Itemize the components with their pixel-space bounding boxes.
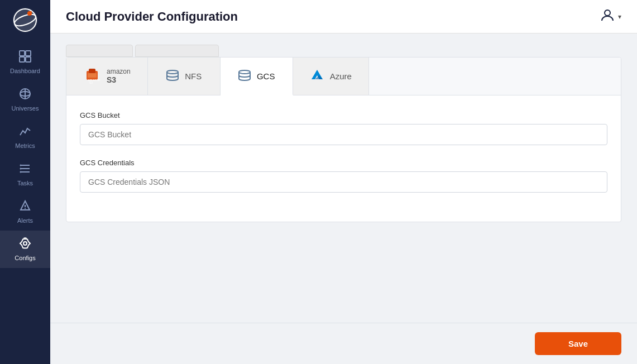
svg-point-15 (20, 168, 22, 170)
svg-rect-6 (20, 57, 25, 62)
svg-point-19 (23, 242, 27, 245)
provider-tab-bar: amazon S3 amazon S3 (66, 58, 621, 95)
provider-card: amazon S3 amazon S3 (66, 57, 621, 222)
sidebar-item-tasks[interactable]: Tasks (0, 156, 50, 193)
tab-partial-2[interactable] (135, 45, 219, 57)
universes-icon (19, 88, 31, 103)
amazon-s3-icon: amazon S3 (83, 66, 101, 86)
logo[interactable] (11, 6, 40, 35)
tab-partial-1[interactable] (66, 45, 133, 57)
alerts-icon (19, 200, 31, 215)
sidebar-item-alerts[interactable]: Alerts (0, 193, 50, 231)
configs-icon (19, 237, 31, 252)
chevron-down-icon: ▾ (618, 13, 621, 21)
gcs-form: GCS Bucket GCS Credentials (66, 95, 621, 222)
alerts-label: Alerts (17, 217, 33, 224)
tab-amazon-s3[interactable]: amazon S3 amazon S3 (66, 58, 148, 95)
svg-rect-22 (89, 69, 95, 73)
save-button[interactable]: Save (535, 332, 621, 355)
svg-rect-5 (26, 51, 31, 56)
main-content: Cloud Provider Configuration ▾ (50, 0, 637, 364)
content-area: amazon S3 amazon S3 (50, 33, 637, 323)
nfs-icon (166, 69, 179, 84)
sidebar-item-metrics[interactable]: Metrics (0, 118, 50, 156)
tab-azure-label: Azure (330, 71, 352, 81)
gcs-credentials-input[interactable] (80, 171, 607, 193)
svg-point-16 (20, 171, 22, 173)
tab-gcs-label: GCS (257, 71, 275, 81)
metrics-label: Metrics (15, 142, 35, 149)
svg-rect-7 (26, 57, 31, 62)
tab-azure[interactable]: Azure (293, 58, 369, 95)
tab-amazon-s3-label: amazon S3 (107, 68, 131, 84)
tab-nfs-label: NFS (185, 71, 202, 81)
tasks-label: Tasks (17, 180, 33, 186)
svg-point-27 (239, 70, 250, 74)
gcs-bucket-label: GCS Bucket (80, 111, 607, 119)
sidebar: Dashboard Universes Metrics (0, 0, 50, 364)
gcs-bucket-input[interactable] (80, 124, 607, 145)
svg-point-18 (25, 208, 26, 209)
configs-label: Configs (15, 255, 35, 261)
gcs-bucket-group: GCS Bucket (80, 111, 607, 145)
sidebar-item-configs[interactable]: Configs (0, 231, 50, 268)
gcs-credentials-label: GCS Credentials (80, 159, 607, 167)
sidebar-item-dashboard[interactable]: Dashboard (0, 44, 50, 81)
tasks-icon (19, 162, 31, 178)
gcs-icon (238, 69, 251, 84)
top-tab-row (66, 45, 621, 57)
dashboard-icon (19, 50, 31, 65)
bottom-bar: Save (50, 323, 637, 364)
header: Cloud Provider Configuration ▾ (50, 0, 637, 33)
azure-icon (310, 68, 324, 84)
svg-point-20 (605, 10, 610, 16)
gcs-credentials-group: GCS Credentials (80, 159, 607, 193)
svg-text:S3: S3 (89, 81, 93, 84)
user-icon (600, 8, 615, 26)
svg-point-14 (20, 165, 22, 166)
universes-label: Universes (12, 105, 39, 112)
svg-point-26 (167, 70, 178, 74)
dashboard-label: Dashboard (10, 68, 40, 74)
tab-gcs[interactable]: GCS (221, 58, 293, 95)
sidebar-item-universes[interactable]: Universes (0, 81, 50, 118)
svg-rect-23 (88, 73, 97, 78)
metrics-icon (19, 125, 31, 140)
tab-nfs[interactable]: NFS (148, 58, 221, 95)
user-menu[interactable]: ▾ (600, 8, 621, 26)
svg-rect-4 (20, 51, 25, 56)
page-title: Cloud Provider Configuration (66, 9, 238, 24)
